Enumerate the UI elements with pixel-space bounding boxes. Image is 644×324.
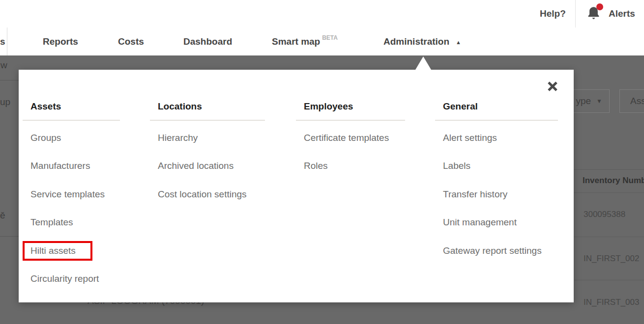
inventory-number-column-header: Inventory Numb	[583, 176, 644, 186]
menu-item-list: GroupsManufacturersService templatesTemp…	[23, 124, 120, 293]
menu-column-employees: Employees Certificate templatesRoles	[296, 101, 405, 180]
menu-item[interactable]: Hierarchy	[150, 124, 265, 152]
menu-column-title: General	[435, 101, 558, 121]
nav-tab-administration-label: Administration	[383, 36, 449, 47]
top-bar: Help? Alerts	[0, 0, 644, 28]
alerts-link[interactable]: Alerts	[609, 0, 635, 27]
bg-row-divider	[0, 80, 19, 81]
menu-item[interactable]: Alert settings	[435, 124, 558, 152]
nav-tab-administration[interactable]: Administration ▲	[383, 27, 461, 55]
table-divider	[574, 280, 644, 280]
menu-column-title: Locations	[150, 101, 265, 121]
bg-text-fragment: w	[0, 60, 7, 71]
table-divider	[574, 169, 644, 170]
topbar-divider	[575, 0, 576, 27]
menu-column-title: Assets	[23, 101, 120, 121]
chevron-down-icon: ▼	[596, 98, 602, 105]
table-cell-inventory-number: 300095388	[584, 210, 625, 219]
nav-tab-smart-map-label: Smart map	[272, 36, 320, 47]
menu-item-list: Alert settingsLabelsTransfer historyUnit…	[435, 124, 558, 265]
bg-text-fragment: ě	[0, 210, 5, 221]
table-divider	[574, 237, 644, 237]
administration-dropdown-panel: Assets GroupsManufacturersService templa…	[19, 70, 574, 302]
table-divider	[574, 192, 644, 193]
menu-column-title: Employees	[296, 101, 405, 121]
menu-item-list: Certificate templatesRoles	[296, 124, 405, 180]
highlight-box: Hilti assets	[23, 241, 92, 261]
menu-column-locations: Locations HierarchyArchived locationsCos…	[150, 101, 265, 209]
menu-item[interactable]: Transfer history	[435, 180, 558, 209]
menu-item[interactable]: Archived locations	[150, 152, 265, 181]
main-nav: s Reports Costs Dashboard Smart map BETA…	[0, 27, 644, 55]
assigned-filter-label: Ass	[630, 96, 644, 107]
menu-item[interactable]: Cost location settings	[150, 180, 265, 209]
table-cell-inventory-number: IN_FIRST_002	[584, 254, 639, 264]
menu-item-list: HierarchyArchived locationsCost location…	[150, 124, 265, 209]
nav-tab-reports[interactable]: Reports	[43, 27, 78, 55]
assigned-filter-button: Ass	[619, 89, 644, 113]
notification-dot	[596, 3, 603, 10]
menu-item[interactable]: Gateway report settings	[435, 237, 558, 265]
alerts-bell-button[interactable]	[586, 5, 604, 23]
close-icon	[546, 80, 559, 93]
modal-overlay[interactable]: w up ě ype ▼ Ass Inventory Numb 30009538…	[0, 55, 644, 324]
nav-divider	[7, 27, 7, 55]
close-button[interactable]	[546, 80, 559, 93]
menu-item[interactable]: Groups	[23, 124, 120, 152]
menu-column-assets: Assets GroupsManufacturersService templa…	[23, 101, 120, 293]
menu-item[interactable]: Unit management	[435, 209, 558, 237]
beta-badge: BETA	[322, 34, 338, 41]
menu-item[interactable]: Roles	[296, 152, 405, 181]
bg-text-fragment: up	[0, 97, 10, 108]
menu-item[interactable]: Certificate templates	[296, 124, 405, 152]
nav-tab-smart-map[interactable]: Smart map BETA	[272, 27, 338, 55]
nav-tab-dashboard[interactable]: Dashboard	[183, 27, 232, 55]
help-link[interactable]: Help?	[540, 0, 566, 27]
menu-item[interactable]: Manufacturers	[23, 152, 120, 181]
bg-row-divider	[0, 236, 19, 237]
menu-item[interactable]: Templates	[23, 209, 120, 237]
menu-item[interactable]: Service templates	[23, 180, 120, 209]
dropdown-pointer-arrow	[415, 56, 431, 70]
chevron-up-icon: ▲	[456, 39, 461, 45]
type-filter-label: ype	[576, 96, 591, 107]
menu-item[interactable]: Labels	[435, 152, 558, 181]
nav-tab-costs[interactable]: Costs	[118, 27, 144, 55]
menu-item[interactable]: Circularity report	[23, 265, 120, 294]
table-cell-inventory-number: IN_FIRST_003	[584, 297, 639, 307]
menu-column-general: General Alert settingsLabelsTransfer his…	[435, 101, 558, 265]
nav-tab-clipped[interactable]: s	[0, 27, 5, 55]
menu-item[interactable]: Hilti assets	[23, 237, 120, 265]
